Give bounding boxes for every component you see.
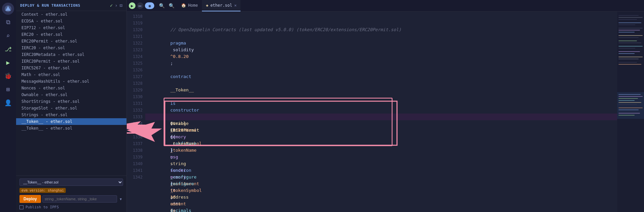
- sidebar-title: DEPLOY & RUN TRANSACTIONS: [20, 3, 80, 8]
- line-num: 1331: [127, 100, 143, 107]
- list-item[interactable]: StorageSlot - ether.sol: [16, 105, 126, 112]
- svg-rect-36: [619, 104, 637, 105]
- svg-rect-39: [619, 113, 640, 114]
- check-icon[interactable]: ✓: [110, 3, 113, 8]
- tab-search-icons: 🔍 🔍: [156, 0, 177, 11]
- line-num: 1330: [127, 93, 143, 100]
- list-item[interactable]: ShortStrings - ether.sol: [16, 98, 126, 105]
- list-item[interactable]: Ownable - ether.sol: [16, 91, 126, 98]
- evm-badge: evm version: shanghai: [19, 188, 66, 193]
- list-item[interactable]: Nonces - ether.sol: [16, 85, 126, 91]
- chevron-right-icon[interactable]: ›: [115, 3, 117, 8]
- sidebar-actions: ✓ › ⊡: [110, 3, 122, 8]
- sidebar: DEPLOY & RUN TRANSACTIONS ✓ › ⊡ Context …: [16, 0, 127, 212]
- line-numbers: 1318 1319 1320 1321 1322 1323 1324 1325 …: [127, 12, 145, 212]
- line-num: 1329: [127, 87, 143, 93]
- code-editor[interactable]: // OpenZeppelin Contracts (last updated …: [145, 12, 617, 212]
- svg-rect-32: [619, 96, 643, 97]
- svg-rect-35: [619, 102, 641, 103]
- tab-controls: ▶ ⏭ ◉: [127, 0, 156, 11]
- param-to2: to: [170, 188, 176, 193]
- svg-rect-31: [619, 94, 641, 95]
- plugin-icon[interactable]: ⊞: [2, 83, 14, 95]
- line-num: 1321: [127, 33, 143, 40]
- code-line-1319: // OpenZeppelin Contracts (last updated …: [145, 20, 617, 26]
- code-line-1330: constructor ( string memory _tokenName ,…: [145, 93, 617, 100]
- code-line-1341: }: [145, 167, 617, 174]
- tab-home[interactable]: 🏠 Home: [177, 0, 202, 11]
- code-line-1321: pragma solidity ^0.8.20 ;: [145, 33, 617, 40]
- line-num: 1320: [127, 26, 143, 33]
- list-item[interactable]: ECDSA - ether.sol: [16, 18, 126, 24]
- deploy-section: __Token__ - ether.sol evm version: shang…: [16, 175, 126, 212]
- list-item[interactable]: EIP712 - ether.sol: [16, 24, 126, 31]
- files-icon[interactable]: ⧉: [2, 16, 14, 28]
- line-num: 1323: [127, 47, 143, 53]
- list-item[interactable]: IERC20Permit - ether.sol: [16, 58, 126, 65]
- list-item[interactable]: ERC20Permit - ether.sol: [16, 38, 126, 45]
- line-num: 1322: [127, 40, 143, 47]
- tab-close-icon[interactable]: ✕: [234, 3, 236, 8]
- code-line-1324: [145, 53, 617, 60]
- svg-rect-27: [619, 59, 639, 59]
- debug-toggle-button[interactable]: ◉: [145, 2, 154, 9]
- code-text: ,: [170, 195, 176, 200]
- list-item[interactable]: IERC5267 - ether.sol: [16, 65, 126, 71]
- user-icon[interactable]: 👤: [2, 96, 14, 109]
- contract-selector: __Token__ - ether.sol: [19, 179, 123, 186]
- publish-checkbox[interactable]: [19, 205, 23, 209]
- line-num: 1324: [127, 53, 143, 60]
- line-num: 1326: [127, 67, 143, 73]
- line-num: 1341: [127, 167, 143, 174]
- line-num: 1335: [127, 127, 143, 134]
- step-button[interactable]: ⏭: [137, 2, 144, 9]
- svg-rect-10: [619, 15, 639, 16]
- list-item[interactable]: Strings - ether.sol: [16, 112, 126, 118]
- list-item[interactable]: __Token__ - ether.sol: [16, 125, 126, 132]
- zoom-out-icon[interactable]: 🔍: [158, 2, 166, 9]
- tab-home-label: Home: [188, 3, 198, 8]
- layout-icon[interactable]: ⊡: [120, 3, 122, 8]
- svg-rect-12: [619, 19, 637, 20]
- code-line-1322: [145, 40, 617, 47]
- svg-rect-18: [619, 35, 643, 36]
- line-num: 1332: [127, 107, 143, 114]
- list-item[interactable]: IERC20 - ether.sol: [16, 45, 126, 51]
- search-icon[interactable]: ⌕: [2, 29, 14, 42]
- list-item[interactable]: Math - ether.sol: [16, 71, 126, 78]
- deploy-dropdown-icon[interactable]: ▼: [118, 196, 123, 202]
- code-line-1320: [145, 26, 617, 33]
- line-num: 1338: [127, 147, 143, 154]
- code-line-1340: _configure ( to , amount );: [145, 160, 617, 167]
- svg-rect-21: [619, 43, 641, 43]
- code-line-1327: [145, 73, 617, 80]
- list-item[interactable]: IERC20Metadata - ether.sol: [16, 51, 126, 58]
- svg-rect-11: [619, 17, 643, 18]
- svg-rect-38: [619, 110, 639, 110]
- code-line-1326: contract __Token__ is ERC20 , ERC20Permi…: [145, 67, 617, 73]
- deploy-params-input[interactable]: [42, 195, 117, 203]
- list-item[interactable]: ERC20 - ether.sol: [16, 31, 126, 38]
- tab-ether-sol[interactable]: ◈ ether.sol ✕: [202, 0, 241, 11]
- remix-logo-icon[interactable]: [2, 3, 14, 15]
- list-item[interactable]: MessageHashUtils - ether.sol: [16, 78, 126, 85]
- publish-row: Publish to IPFS: [19, 205, 123, 209]
- deploy-button[interactable]: Deploy: [19, 195, 41, 203]
- param-amount2: amount: [170, 201, 186, 206]
- source-control-icon[interactable]: ⎇: [2, 43, 14, 55]
- line-num: 1325: [127, 60, 143, 67]
- contract-select[interactable]: __Token__ - ether.sol: [19, 179, 123, 186]
- debug-icon[interactable]: 🐞: [2, 70, 14, 82]
- publish-label: Publish to IPFS: [25, 205, 59, 209]
- line-num: 1319: [127, 20, 143, 26]
- code-line-1323: [145, 47, 617, 53]
- svg-rect-15: [619, 28, 643, 28]
- sol-file-icon: ◈: [206, 3, 208, 8]
- zoom-in-icon[interactable]: 🔍: [167, 2, 176, 9]
- activity-bar: ⧉ ⌕ ⎇ ▶ 🐞 ⊞ 👤: [0, 0, 16, 212]
- list-item[interactable]: Context - ether.sol: [16, 11, 126, 18]
- run-button[interactable]: ▶: [129, 2, 136, 9]
- list-item-selected[interactable]: __Token__ - ether.sol: [16, 118, 126, 125]
- svg-rect-37: [619, 108, 643, 108]
- deploy-icon[interactable]: ▶: [2, 56, 14, 68]
